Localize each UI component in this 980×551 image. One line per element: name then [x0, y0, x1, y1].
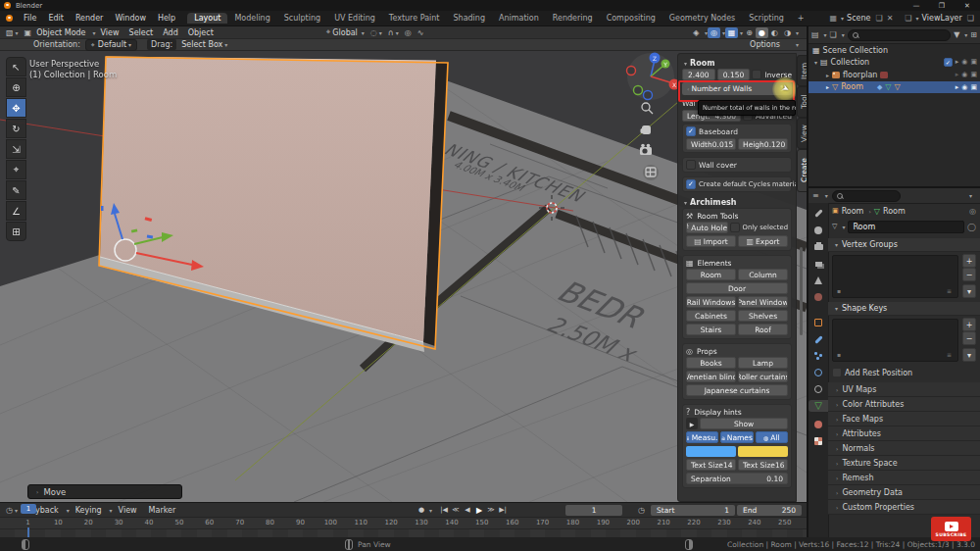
viewlayer-caret-icon[interactable]: ▾: [916, 15, 919, 22]
vertex-groups-list[interactable]: ▪ ≡: [832, 255, 958, 298]
current-frame-field[interactable]: 1: [565, 505, 622, 516]
panel-window-button[interactable]: Panel Window: [738, 296, 788, 308]
menu-object[interactable]: Object: [183, 28, 219, 37]
names-hint-toggle[interactable]: a Names: [720, 431, 753, 443]
menu-edit[interactable]: Edit: [42, 14, 70, 23]
eye-icon[interactable]: ◉: [961, 71, 967, 78]
menu-select[interactable]: Select: [124, 28, 159, 37]
export-button[interactable]: ▥ Export: [738, 235, 788, 247]
render-visibility-icon[interactable]: ▣: [970, 58, 977, 67]
properties-panel-collapsed[interactable]: ›Attributes: [828, 426, 980, 441]
workspace-tab-shading[interactable]: Shading: [446, 13, 492, 24]
properties-panel-collapsed[interactable]: ›Custom Properties: [828, 500, 980, 515]
transform-tool[interactable]: ⌖: [6, 160, 26, 179]
options-dropdown[interactable]: Options: [750, 40, 780, 49]
cabinets-button[interactable]: Cabinets: [686, 310, 736, 322]
expand-icon[interactable]: ▸: [826, 83, 829, 90]
annotate-tool[interactable]: ✎: [6, 180, 26, 200]
breadcrumb-object[interactable]: Room: [842, 207, 864, 216]
shape-key-specials-button[interactable]: ▾: [962, 348, 976, 362]
outliner-filter-collection-icon[interactable]: ❏: [830, 30, 837, 39]
tab-texture[interactable]: [812, 435, 824, 447]
show-gizmo-icon[interactable]: ◈: [690, 27, 703, 38]
new-collection-icon[interactable]: ⊞: [970, 30, 977, 39]
scene-selector[interactable]: Scene: [847, 14, 870, 23]
workspace-tab-uv-editing[interactable]: UV Editing: [327, 13, 382, 24]
outliner-row-room[interactable]: ▸ ▽ Room ◆ ▽ ▽ ▸ ◉ ▣: [808, 81, 980, 94]
door-button[interactable]: Door: [686, 282, 788, 294]
only-selected-checkbox[interactable]: Only selected: [730, 223, 788, 232]
frame-end-field[interactable]: End250: [737, 505, 802, 516]
properties-panel-collapsed[interactable]: ›Remesh: [828, 471, 980, 485]
tab-object[interactable]: [812, 317, 824, 328]
npanel-tab-view[interactable]: View: [797, 118, 807, 149]
hint-color-yellow-swatch[interactable]: [738, 446, 788, 457]
menu-file[interactable]: File: [18, 14, 42, 23]
stairs-button[interactable]: Stairs: [686, 324, 736, 335]
render-visibility-icon[interactable]: ▣: [970, 71, 977, 78]
transform-orientation-dropdown[interactable]: Global: [330, 28, 360, 37]
separation-slider[interactable]: Separation0.10: [686, 473, 788, 484]
room-height-field[interactable]: 2.400: [682, 69, 715, 80]
shading-material-icon[interactable]: ◐: [768, 27, 781, 38]
shading-wireframe-icon[interactable]: ⊕: [743, 27, 756, 38]
3d-viewport[interactable]: NING / KITCHEN 4.00M x 3.40M BEDR 2.50M …: [0, 51, 807, 502]
outliner-row-floorplan[interactable]: ▸ floorplan ▸ ◉ ▣: [808, 69, 980, 81]
text-size-field-b[interactable]: Text Size16: [738, 459, 788, 471]
text-size-field-a[interactable]: Text Size14: [686, 459, 736, 471]
workspace-tab-sculpting[interactable]: Sculpting: [277, 13, 327, 24]
workspace-tab-layout[interactable]: Layout: [187, 13, 227, 24]
snap-target-icon[interactable]: ◌: [370, 28, 377, 37]
filter-funnel-icon[interactable]: ▼: [954, 30, 959, 39]
wall-cover-checkbox[interactable]: Wall cover: [686, 160, 788, 170]
expand-icon[interactable]: ▸: [826, 72, 829, 78]
menu-view[interactable]: View: [96, 28, 124, 37]
properties-search-input[interactable]: [832, 190, 901, 202]
cycles-materials-checkbox[interactable]: ✓ Create default Cycles materials: [686, 179, 788, 189]
tab-tool[interactable]: [812, 207, 824, 219]
npanel-scrollbar[interactable]: [800, 247, 803, 335]
workspace-tab-scripting[interactable]: Scripting: [742, 13, 791, 24]
menu-help[interactable]: Help: [152, 14, 181, 23]
column-button[interactable]: Column: [738, 269, 788, 280]
collection-checkbox[interactable]: ✓: [944, 58, 953, 67]
preview-range-icon[interactable]: ◷: [638, 506, 645, 515]
fake-user-icon[interactable]: ◯: [967, 223, 976, 231]
venetian-blind-button[interactable]: Venetian blind: [686, 371, 736, 382]
tab-constraints[interactable]: [812, 383, 824, 395]
auto-holes-button[interactable]: # Auto Holes: [686, 222, 728, 233]
menu-marker[interactable]: Marker: [143, 506, 182, 515]
measure-tool[interactable]: ∠: [6, 201, 26, 221]
tab-object-data[interactable]: ▽: [808, 400, 828, 412]
tab-modifiers[interactable]: [812, 333, 824, 345]
menu-add[interactable]: Add: [158, 28, 183, 37]
properties-panel-collapsed[interactable]: ›Face Maps: [828, 412, 980, 426]
scene-caret-icon[interactable]: ▾: [841, 15, 844, 22]
selectable-icon[interactable]: ▸: [956, 71, 959, 78]
play-button[interactable]: ▶: [473, 506, 485, 515]
menu-window[interactable]: Window: [109, 14, 152, 23]
editor-type-icon[interactable]: ▧: [6, 28, 14, 37]
room-panel-header[interactable]: ▾ Room: [682, 57, 792, 69]
outliner-display-mode-icon[interactable]: ▤: [811, 30, 819, 39]
tab-scene[interactable]: [812, 275, 824, 286]
show-button[interactable]: Show: [700, 418, 788, 429]
menu-render[interactable]: Render: [70, 14, 109, 23]
books-button[interactable]: Books: [686, 357, 736, 369]
record-button[interactable]: ●: [416, 506, 427, 514]
npanel-tab-tool[interactable]: Tool: [797, 86, 807, 118]
outliner-search-input[interactable]: [848, 29, 951, 41]
rail-windows-button[interactable]: Rail Windows: [686, 296, 736, 308]
name-field[interactable]: Room: [848, 221, 964, 233]
outliner-row-scene-collection[interactable]: ▦ Scene Collection: [808, 44, 980, 57]
properties-panel-collapsed[interactable]: ›UV Maps: [828, 382, 980, 397]
frame-start-field[interactable]: Start1: [651, 505, 735, 516]
scene-copy-icon[interactable]: ❏: [875, 14, 882, 23]
properties-panel-collapsed[interactable]: ›Color Attributes: [828, 397, 980, 412]
current-frame-indicator[interactable]: 1: [21, 504, 36, 514]
shape-keys-list[interactable]: ▪ ≡: [832, 319, 958, 362]
workspace-tab-animation[interactable]: Animation: [492, 13, 546, 24]
next-keyframe-button[interactable]: ≫: [485, 506, 497, 514]
roof-button[interactable]: Roof: [738, 324, 788, 335]
shape-keys-panel-header[interactable]: ▾ Shape Keys: [828, 302, 980, 316]
